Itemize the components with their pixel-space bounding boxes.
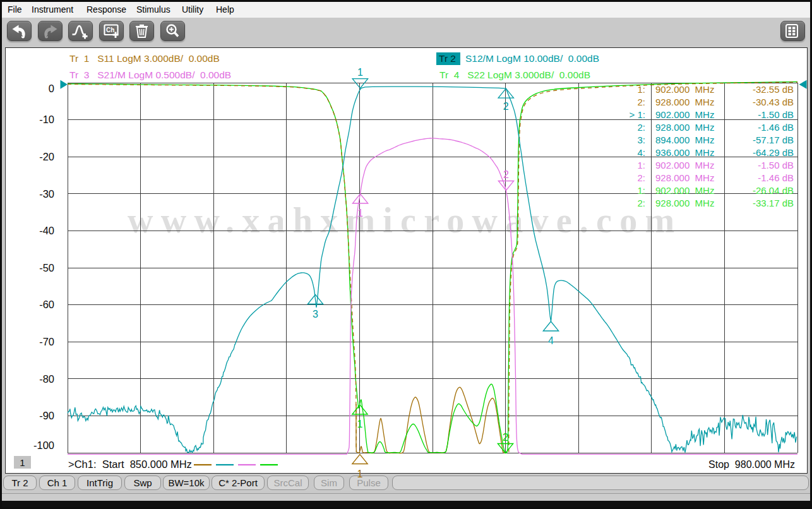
svg-text:-64.29 dB: -64.29 dB (753, 147, 794, 158)
svg-text:-10: -10 (39, 114, 54, 125)
svg-text:Tr 2: Tr 2 (439, 53, 456, 64)
svg-text:-80: -80 (39, 373, 54, 385)
svg-text:-60: -60 (39, 299, 54, 310)
svg-text:1:: 1: (637, 185, 645, 196)
svg-text:928.000 MHz: 928.000 MHz (655, 97, 714, 107)
svg-text:-70: -70 (39, 336, 54, 347)
svg-text:902.000 MHz: 902.000 MHz (655, 160, 714, 171)
svg-text:Tr 4 S22 LogM 3.000dB/ 0.0: Tr 4 S22 LogM 3.000dB/ 0.00dB (439, 69, 590, 80)
svg-text:-57.17 dB: -57.17 dB (753, 135, 794, 145)
svg-text:www.xahxmicrowave.com: www.xahxmicrowave.com (128, 201, 682, 240)
svg-text:-1.50 dB: -1.50 dB (758, 109, 794, 120)
svg-text:2:: 2: (637, 122, 645, 133)
svg-text:-32.55 dB: -32.55 dB (753, 84, 794, 95)
svg-text:1: 1 (357, 67, 363, 78)
svg-text:3: 3 (313, 309, 318, 320)
svg-text:3:: 3: (637, 135, 645, 145)
svg-text:S12/M LogM 10.00dB/ 0.00dB: S12/M LogM 10.00dB/ 0.00dB (465, 53, 599, 64)
svg-text:-1.46 dB: -1.46 dB (758, 172, 794, 183)
svg-text:1: 1 (357, 469, 363, 479)
svg-text:2: 2 (503, 101, 509, 112)
svg-text:1: 1 (357, 208, 363, 219)
svg-text:2:: 2: (637, 97, 645, 107)
svg-text:928.000 MHz: 928.000 MHz (655, 122, 714, 133)
svg-text:4: 4 (548, 335, 554, 346)
svg-text:Tr 1 S11 LogM 3.000dB/ 0.0: Tr 1 S11 LogM 3.000dB/ 0.00dB (69, 53, 220, 64)
svg-text:936.000 MHz: 936.000 MHz (655, 147, 714, 158)
svg-text:2: 2 (503, 169, 509, 180)
svg-text:>Ch1: Start 850.000 MHz: >Ch1: Start 850.000 MHz (68, 458, 192, 470)
svg-text:928.000 MHz: 928.000 MHz (655, 198, 714, 208)
svg-text:1: 1 (357, 419, 363, 429)
svg-text:902.000 MHz: 902.000 MHz (655, 185, 714, 196)
svg-text:894.000 MHz: 894.000 MHz (655, 135, 714, 145)
svg-text:Tr 3 S21/M LogM 0.500dB/ 0: Tr 3 S21/M LogM 0.500dB/ 0.00dB (69, 69, 231, 80)
svg-text:-100: -100 (33, 440, 54, 451)
svg-text:902.000 MHz: 902.000 MHz (655, 109, 714, 120)
svg-text:-1.46 dB: -1.46 dB (758, 122, 794, 133)
svg-text:0: 0 (49, 83, 54, 94)
svg-text:-30: -30 (39, 188, 54, 200)
svg-text:928.000 MHz: 928.000 MHz (655, 172, 714, 183)
svg-text:-26.04 dB: -26.04 dB (753, 185, 794, 196)
svg-text:2:: 2: (637, 172, 645, 183)
svg-text:> 1:: > 1: (630, 109, 645, 120)
svg-text:-20: -20 (39, 151, 54, 162)
svg-text:1:: 1: (637, 160, 645, 171)
svg-text:1: 1 (20, 457, 25, 468)
svg-text:-40: -40 (39, 225, 54, 236)
svg-text:4:: 4: (637, 147, 645, 158)
svg-text:1:: 1: (637, 84, 645, 95)
svg-text:-30.43 dB: -30.43 dB (753, 97, 794, 107)
svg-text:2:: 2: (637, 198, 645, 208)
svg-text:-50: -50 (39, 262, 54, 273)
svg-text:-90: -90 (39, 410, 54, 421)
svg-text:2: 2 (503, 432, 508, 443)
svg-text:-33.17 dB: -33.17 dB (753, 198, 794, 208)
svg-text:Stop 980.000 MHz: Stop 980.000 MHz (708, 459, 795, 470)
svg-text:-1.50 dB: -1.50 dB (758, 160, 794, 171)
svg-text:902.000 MHz: 902.000 MHz (655, 84, 714, 95)
